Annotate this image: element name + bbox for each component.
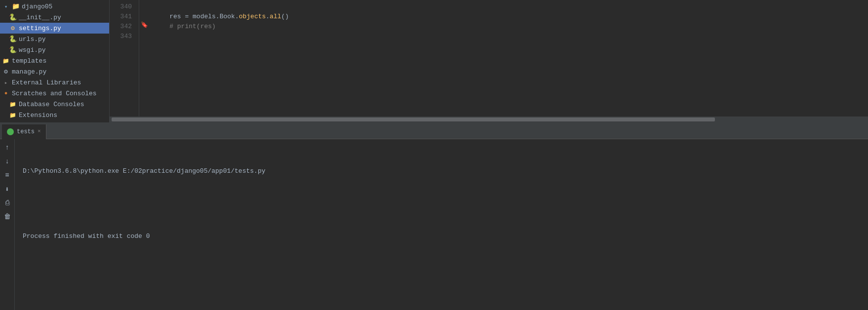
line-num-341: 341 bbox=[110, 12, 135, 22]
sidebar-item-wsgi-label: wsgi.py bbox=[19, 46, 46, 54]
scrollbar-thumb bbox=[112, 117, 715, 121]
scratch-icon: ● bbox=[2, 89, 10, 97]
sidebar-item-extensions[interactable]: 📁 Extensions bbox=[0, 110, 109, 120]
clear-button[interactable]: 🗑 bbox=[2, 211, 13, 222]
code-view: 340 341 342 343 🔖 res = models.Book.obje… bbox=[110, 0, 868, 116]
sidebar-item-external-libraries[interactable]: ▸ External Libraries bbox=[0, 77, 109, 88]
db-icon: 📁 bbox=[9, 100, 17, 108]
top-area: ▾ 📁 django05 🐍 __init__.py ⚙ settings.py… bbox=[0, 0, 868, 122]
run-toolbar: ↑ ↓ ≡ ⬇ ⎙ 🗑 bbox=[0, 139, 15, 310]
scroll-down-button[interactable]: ↓ bbox=[2, 156, 13, 167]
sidebar-item-wsgi-py[interactable]: 🐍 wsgi.py bbox=[0, 44, 109, 55]
terminal-line-3: Process finished with exit code 0 bbox=[23, 231, 860, 242]
run-content: ↑ ↓ ≡ ⬇ ⎙ 🗑 D:\Python3.6.8\python.exe E:… bbox=[0, 139, 868, 310]
terminal-line-2 bbox=[23, 198, 860, 209]
sidebar-item-manage-label: manage.py bbox=[12, 68, 46, 76]
sidebar-item-init-label: __init__.py bbox=[19, 14, 61, 21]
scrollbar-track[interactable] bbox=[112, 117, 866, 121]
code-line-340 bbox=[154, 2, 868, 12]
code-line-343 bbox=[154, 32, 868, 41]
settings-icon: ⚙ bbox=[9, 24, 17, 32]
terminal-line-1: D:\Python3.6.8\python.exe E:/02practice/… bbox=[23, 166, 860, 177]
sidebar-item-scratches[interactable]: ● Scratches and Consoles bbox=[0, 88, 109, 99]
editor-scrollbar[interactable] bbox=[110, 116, 868, 122]
tab-green-icon bbox=[7, 128, 14, 135]
code-line-342: # print(res) bbox=[154, 22, 868, 32]
sidebar-item-scratches-label: Scratches and Consoles bbox=[12, 90, 97, 97]
folder-icon-ext: 📁 bbox=[9, 111, 17, 119]
bookmark-icon: 🔖 bbox=[141, 21, 148, 29]
py-icon-init: 🐍 bbox=[9, 13, 17, 21]
line-num-340: 340 bbox=[110, 2, 135, 12]
sidebar-item-templates[interactable]: 📁 templates bbox=[0, 55, 109, 66]
tab-tests-label: tests bbox=[17, 128, 35, 135]
folder-icon: ▾ bbox=[2, 2, 10, 10]
editor-area: 340 341 342 343 🔖 res = models.Book.obje… bbox=[110, 0, 868, 122]
tab-tests[interactable]: tests × bbox=[2, 124, 46, 139]
sidebar-item-settings-py[interactable]: ⚙ settings.py bbox=[0, 23, 109, 34]
line-num-343: 343 bbox=[110, 32, 135, 41]
tab-close-button[interactable]: × bbox=[38, 129, 41, 134]
wrap-button[interactable]: ≡ bbox=[2, 170, 13, 181]
sidebar-item-settings-label: settings.py bbox=[19, 25, 61, 32]
bottom-panel: tests × ↑ ↓ ≡ ⬇ ⎙ 🗑 D:\Python3.6.8\pytho… bbox=[0, 124, 868, 310]
sidebar-item-extensions-label: Extensions bbox=[19, 112, 57, 119]
sidebar-item-django05[interactable]: ▾ 📁 django05 bbox=[0, 1, 109, 12]
sidebar-item-django05-label: django05 bbox=[22, 3, 52, 10]
sidebar-item-db-label: Database Consoles bbox=[19, 101, 84, 108]
sidebar-item-manage-py[interactable]: ⚙ manage.py bbox=[0, 66, 109, 77]
sidebar: ▾ 📁 django05 🐍 __init__.py ⚙ settings.py… bbox=[0, 0, 110, 122]
sidebar-item-init-py[interactable]: 🐍 __init__.py bbox=[0, 12, 109, 23]
save-output-button[interactable]: ⬇ bbox=[2, 184, 13, 194]
terminal-output: D:\Python3.6.8\python.exe E:/02practice/… bbox=[15, 139, 868, 310]
line-numbers: 340 341 342 343 bbox=[110, 0, 139, 116]
sidebar-item-database-consoles[interactable]: 📁 Database Consoles bbox=[0, 99, 109, 110]
print-button[interactable]: ⎙ bbox=[2, 197, 13, 208]
ext-icon: ▸ bbox=[2, 78, 10, 86]
sidebar-item-templates-label: templates bbox=[12, 57, 46, 65]
sidebar-item-ext-label: External Libraries bbox=[12, 79, 81, 86]
manage-icon: ⚙ bbox=[2, 68, 10, 76]
py-icon-wsgi: 🐍 bbox=[9, 46, 17, 54]
gutter: 🔖 bbox=[139, 0, 149, 116]
sidebar-item-urls-label: urls.py bbox=[19, 36, 46, 43]
folder-icon-templates: 📁 bbox=[2, 57, 10, 65]
sidebar-item-urls-py[interactable]: 🐍 urls.py bbox=[0, 34, 109, 44]
scroll-up-button[interactable]: ↑ bbox=[2, 142, 13, 153]
code-line-341: res = models.Book.objects.all() bbox=[154, 12, 868, 22]
code-content[interactable]: res = models.Book.objects.all() # print(… bbox=[149, 0, 868, 116]
line-num-342: 342 bbox=[110, 22, 135, 32]
tab-bar: tests × bbox=[0, 124, 868, 139]
py-icon-urls: 🐍 bbox=[9, 35, 17, 43]
